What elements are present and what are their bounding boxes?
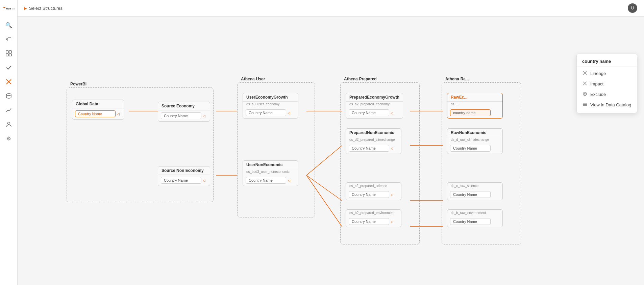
node-raw-env-subtitle: ds_b_raw_environment xyxy=(447,210,502,216)
field-country-name-user-non-eco[interactable]: Country Name xyxy=(246,177,286,184)
field-country-name-prep-eco[interactable]: Country Name xyxy=(349,109,389,116)
node-global-data-title: Global Data xyxy=(72,100,124,108)
node-raw-non-economic: RawNonEconomic ds_d_raw_climatechange Co… xyxy=(447,128,503,154)
node-field-global-country: Country Name ◁ xyxy=(75,110,121,117)
svg-rect-3 xyxy=(9,51,11,53)
node-raw-environment: ds_b_raw_environment Country Name xyxy=(447,209,503,227)
context-menu-exclude-label: Exclude xyxy=(590,92,606,97)
arrow-prep-sci: ◁ xyxy=(391,193,393,197)
node-source-economy-title: Source Economy xyxy=(158,102,210,110)
catalog-menu-icon xyxy=(582,102,588,108)
svg-rect-5 xyxy=(9,54,11,56)
field-country-name-raw-non[interactable]: Country Name xyxy=(450,145,491,152)
sidebar-item-tags[interactable]: 🏷 xyxy=(3,33,15,45)
node-field-raw-env-country: Country Name xyxy=(450,218,500,225)
context-menu-view-catalog[interactable]: View in Data Catalog xyxy=(577,100,637,110)
context-menu-impact-label: Impact xyxy=(590,81,603,86)
field-country-name-source-non[interactable]: Country Name xyxy=(161,177,201,184)
select-structures-toggle[interactable]: ▶ Select Structures xyxy=(24,6,63,11)
node-field-prepared-science-country: Country Name ◁ xyxy=(349,191,398,198)
cluster-athena-raw-label: Athena-Ra... xyxy=(445,77,469,81)
field-country-name-user-eco[interactable]: Country Name xyxy=(246,109,286,116)
field-country-name-raw-eco[interactable]: country name xyxy=(450,109,491,116)
svg-text:true: true xyxy=(6,7,11,10)
field-country-name-source[interactable]: Country Name xyxy=(161,112,201,119)
field-country-name-global[interactable]: Country Name xyxy=(75,110,116,117)
svg-rect-4 xyxy=(6,54,8,56)
svg-rect-2 xyxy=(6,51,8,53)
node-raw-economy-title: RawEc... xyxy=(447,93,502,102)
arrow-source-non: ◁ xyxy=(203,179,205,182)
field-country-name-raw-env[interactable]: Country Name xyxy=(450,218,491,225)
node-raw-science: ds_c_raw_science Country Name xyxy=(447,182,503,200)
field-country-name-prep-sci[interactable]: Country Name xyxy=(349,191,389,198)
context-menu-lineage-label: Lineage xyxy=(590,71,606,76)
svg-rect-27 xyxy=(583,103,587,104)
node-prepared-economy-title: PreparedEconomyGrowth xyxy=(346,93,403,102)
node-prepared-science: ds_c2_prepared_science Country Name ◁ xyxy=(346,182,401,200)
svg-point-26 xyxy=(584,93,586,95)
node-field-prepared-non-eco-country: Country Name ◁ xyxy=(349,145,398,152)
node-raw-economy-subtitle: ds_... xyxy=(447,102,502,107)
node-user-economy-growth-subtitle: ds_a3_user_economy xyxy=(243,102,298,107)
node-raw-science-subtitle: ds_c_raw_science xyxy=(447,183,502,189)
node-raw-economy: RawEc... ds_... country name xyxy=(447,93,503,119)
toggle-arrow: ▶ xyxy=(24,6,27,10)
sidebar-item-lineage[interactable] xyxy=(3,76,15,88)
lineage-menu-icon xyxy=(582,71,588,76)
field-country-name-prep-env[interactable]: Country Name xyxy=(349,218,389,225)
context-menu-exclude[interactable]: Exclude xyxy=(577,89,637,100)
field-country-name-prep-non[interactable]: Country Name xyxy=(349,145,389,152)
node-prepared-non-economic: PreparedNonEconomic ds_d2_prepared_clime… xyxy=(346,128,401,154)
node-prepared-non-economic-subtitle: ds_d2_prepared_climechange xyxy=(346,137,401,143)
cluster-athena-prepared: Athena-Prepared PreparedEconomyGrowth ds… xyxy=(340,82,420,244)
node-prepared-environment: ds_b2_prepared_environment Country Name … xyxy=(346,209,401,227)
svg-point-9 xyxy=(7,122,10,125)
context-menu: country name Lineage Impact xyxy=(576,54,637,113)
sidebar-item-settings[interactable]: ⚙ xyxy=(3,132,15,145)
arrow-prep-non: ◁ xyxy=(391,147,393,150)
node-raw-non-economic-title: RawNonEconomic xyxy=(447,129,502,137)
cluster-athena-prepared-label: Athena-Prepared xyxy=(344,77,377,81)
node-prepared-non-economic-title: PreparedNonEconomic xyxy=(346,129,401,137)
node-field-user-non-eco-country: Country Name ◁ xyxy=(246,177,295,184)
node-user-non-economic: UserNonEconomic ds_bcd3_user_noneconomic… xyxy=(243,160,298,186)
node-field-raw-non-eco-country: Country Name xyxy=(450,145,500,152)
node-user-non-economic-title: UserNonEconomic xyxy=(243,161,298,169)
node-prepared-science-subtitle: ds_c2_prepared_science xyxy=(346,183,401,189)
node-field-raw-eco-country: country name xyxy=(450,109,500,116)
node-source-non-economy-title: Source Non Economy xyxy=(158,166,210,175)
context-menu-impact[interactable]: Impact xyxy=(577,79,637,89)
canvas-area: PowerBI Global Data Country Name ◁ Sourc… xyxy=(18,17,644,285)
svg-rect-29 xyxy=(583,105,587,106)
node-user-non-economic-subtitle: ds_bcd3_user_noneconomic xyxy=(243,169,298,175)
field-country-name-raw-sci[interactable]: Country Name xyxy=(450,191,491,198)
arrow-prep-env: ◁ xyxy=(391,220,393,224)
node-field-source-non-economy-country: Country Name ◁ xyxy=(161,177,207,184)
impact-menu-icon xyxy=(582,81,588,87)
node-prepared-economy-subtitle: ds_a2_prepared_economy xyxy=(346,102,403,107)
arrow-global: ◁ xyxy=(117,112,120,116)
svg-text:dat: dat xyxy=(12,7,15,10)
node-field-user-economy-country: Country Name ◁ xyxy=(246,109,295,116)
context-menu-title: country name xyxy=(577,57,637,67)
top-bar: ▶ Select Structures U xyxy=(18,0,644,17)
node-field-source-economy-country: Country Name ◁ xyxy=(161,112,207,119)
svg-rect-28 xyxy=(583,104,587,105)
cluster-powerbi-label: PowerBI xyxy=(70,82,86,86)
arrow-user-eco: ◁ xyxy=(288,111,290,115)
sidebar-item-analytics[interactable] xyxy=(3,104,15,116)
node-prepared-env-subtitle: ds_b2_prepared_environment xyxy=(346,210,401,216)
node-prepared-economy: PreparedEconomyGrowth ds_a2_prepared_eco… xyxy=(346,93,403,119)
context-menu-lineage[interactable]: Lineage xyxy=(577,68,637,79)
node-global-data: Global Data Country Name ◁ xyxy=(72,100,124,120)
user-avatar[interactable]: U xyxy=(628,3,637,13)
arrow-user-non-eco: ◁ xyxy=(288,179,290,182)
sidebar-item-users[interactable] xyxy=(3,118,15,130)
sidebar: true dat 🔍 🏷 ⚙ xyxy=(0,0,18,285)
sidebar-item-search[interactable]: 🔍 xyxy=(3,19,15,31)
select-structures-label: Select Structures xyxy=(29,6,63,11)
sidebar-item-dashboard[interactable] xyxy=(3,47,15,59)
sidebar-item-quality[interactable] xyxy=(3,61,15,74)
sidebar-item-database[interactable] xyxy=(3,90,15,102)
